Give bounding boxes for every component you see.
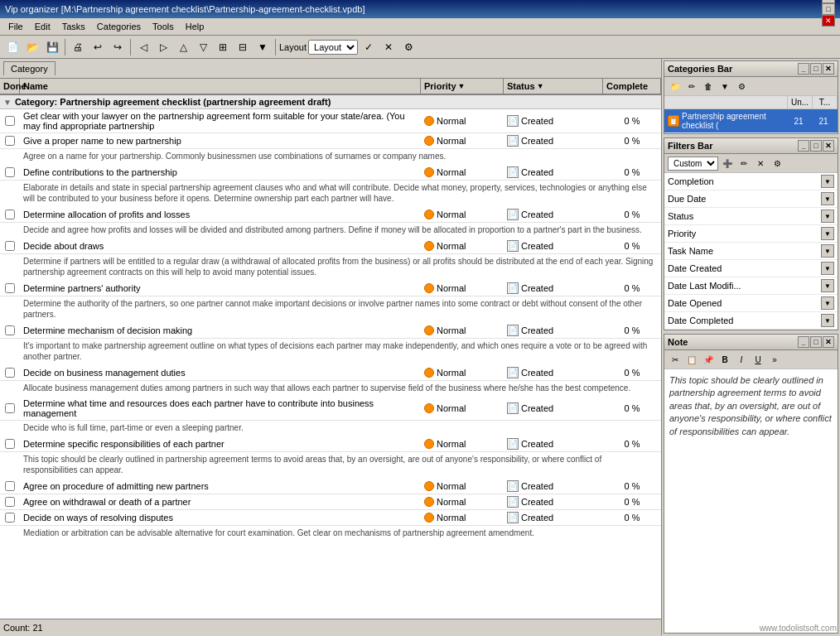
- nav-up[interactable]: △: [174, 38, 192, 56]
- menu-file[interactable]: File: [3, 20, 28, 33]
- settings-btn[interactable]: ⚙: [399, 38, 418, 56]
- cat-bar-minimize[interactable]: _: [798, 63, 809, 75]
- task-checkbox-cell[interactable]: [0, 324, 20, 337]
- close-button[interactable]: ✕: [822, 15, 835, 26]
- filter-delete-btn[interactable]: ✕: [753, 156, 768, 171]
- filter-dropdown-arrow[interactable]: ▼: [821, 279, 834, 292]
- task-checkbox-cell[interactable]: [0, 402, 20, 415]
- maximize-button[interactable]: □: [822, 3, 835, 15]
- task-checkbox[interactable]: [5, 210, 15, 219]
- filter-bar-close[interactable]: ✕: [823, 140, 834, 152]
- layout-select[interactable]: Layout: [308, 40, 358, 55]
- filter-dropdown-arrow[interactable]: ▼: [821, 227, 834, 240]
- filter-dropdown-arrow[interactable]: ▼: [821, 192, 834, 205]
- nav-right[interactable]: ▷: [154, 38, 172, 56]
- note-bold-btn[interactable]: B: [717, 352, 732, 367]
- filter-dropdown-arrow[interactable]: ▼: [821, 210, 834, 223]
- filter-bar-float[interactable]: □: [810, 140, 822, 152]
- task-checkbox-cell[interactable]: [0, 239, 20, 253]
- category-tab[interactable]: Category: [3, 61, 56, 75]
- open-btn[interactable]: 📂: [23, 38, 41, 56]
- task-checkbox[interactable]: [5, 283, 15, 293]
- list-item[interactable]: 📋 Partnership agreement checklist ( 21 2…: [664, 109, 838, 133]
- task-detail-text: Mediation or arbitration can be advisabl…: [0, 526, 661, 542]
- collapse-btn[interactable]: ⊟: [234, 38, 252, 56]
- cat-settings-btn[interactable]: ⚙: [734, 79, 749, 94]
- priority-sort-icon[interactable]: ▼: [458, 82, 466, 90]
- task-checkbox-cell[interactable]: [0, 134, 20, 147]
- table-row: Decide on ways of resolving disputes Nor…: [0, 510, 661, 526]
- task-status: 📄 Created: [504, 479, 603, 494]
- print-btn[interactable]: 🖨: [69, 38, 87, 56]
- task-checkbox-cell[interactable]: [0, 437, 20, 450]
- menu-tools[interactable]: Tools: [147, 20, 179, 33]
- task-table-container[interactable]: Done Name Priority ▼ Status ▼ Complete: [0, 79, 661, 619]
- filter-dropdown-arrow[interactable]: ▼: [821, 314, 834, 327]
- menu-categories[interactable]: Categories: [92, 20, 146, 33]
- undo-btn[interactable]: ↩: [89, 38, 107, 56]
- cat-bar-float[interactable]: □: [810, 63, 822, 75]
- task-checkbox[interactable]: [5, 116, 15, 126]
- note-italic-btn[interactable]: I: [734, 352, 749, 367]
- note-minimize[interactable]: _: [798, 336, 809, 348]
- menu-tasks[interactable]: Tasks: [57, 20, 90, 33]
- menu-help[interactable]: Help: [181, 20, 210, 33]
- task-checkbox[interactable]: [5, 241, 15, 251]
- cat-icon: 📋: [668, 115, 679, 127]
- filter-dropdown-arrow[interactable]: ▼: [821, 175, 834, 188]
- task-checkbox-cell[interactable]: [0, 511, 20, 524]
- priority-dot: [424, 167, 434, 177]
- new-btn[interactable]: 📄: [3, 38, 22, 56]
- save-btn[interactable]: 💾: [43, 38, 61, 56]
- redo-btn[interactable]: ↪: [109, 38, 127, 56]
- task-checkbox-cell[interactable]: [0, 479, 20, 493]
- note-copy-btn[interactable]: 📋: [684, 352, 699, 367]
- note-close[interactable]: ✕: [823, 336, 834, 348]
- task-checkbox[interactable]: [5, 497, 15, 507]
- task-checkbox-cell[interactable]: [0, 282, 20, 295]
- note-float[interactable]: □: [810, 336, 822, 348]
- task-checkbox[interactable]: [5, 481, 15, 491]
- filter-dropdown-arrow[interactable]: ▼: [821, 262, 834, 275]
- cat-bar-close[interactable]: ✕: [823, 63, 834, 75]
- filter-dropdown-arrow[interactable]: ▼: [821, 244, 834, 258]
- task-checkbox[interactable]: [5, 136, 15, 146]
- cat-add-btn[interactable]: 📁: [668, 79, 683, 94]
- filter-dropdown-arrow[interactable]: ▼: [821, 296, 834, 310]
- filter-bar-minimize[interactable]: _: [798, 140, 809, 152]
- task-checkbox-cell[interactable]: [0, 114, 20, 128]
- menubar: File Edit Tasks Categories Tools Help: [0, 18, 840, 36]
- filter-preset-select[interactable]: Custom: [668, 157, 718, 171]
- task-checkbox[interactable]: [5, 325, 15, 335]
- task-status: 📄 Created: [504, 323, 603, 338]
- filter-settings-btn[interactable]: ⚙: [770, 156, 784, 171]
- cat-edit-btn[interactable]: ✏: [684, 79, 699, 94]
- cat-filter-btn[interactable]: ▼: [717, 79, 732, 94]
- apply-btn[interactable]: ✓: [360, 38, 378, 56]
- filter-add-btn[interactable]: ➕: [720, 156, 735, 171]
- filter-btn[interactable]: ▼: [253, 38, 272, 56]
- task-checkbox[interactable]: [5, 439, 15, 449]
- status-icon: 📄: [507, 402, 519, 414]
- menu-edit[interactable]: Edit: [30, 20, 56, 33]
- task-checkbox[interactable]: [5, 403, 15, 413]
- category-collapse-icon[interactable]: ▼: [3, 98, 12, 107]
- nav-left[interactable]: ◁: [134, 38, 152, 56]
- task-checkbox[interactable]: [5, 513, 15, 523]
- cat-delete-btn[interactable]: 🗑: [701, 79, 716, 94]
- expand-btn[interactable]: ⊞: [214, 38, 232, 56]
- task-checkbox[interactable]: [5, 368, 15, 378]
- nav-down[interactable]: ▽: [194, 38, 212, 56]
- note-cut-btn[interactable]: ✂: [668, 352, 683, 367]
- status-sort-icon[interactable]: ▼: [537, 82, 544, 90]
- note-underline-btn[interactable]: U: [751, 352, 765, 367]
- task-checkbox-cell[interactable]: [0, 166, 20, 179]
- note-paste-btn[interactable]: 📌: [701, 352, 716, 367]
- task-checkbox-cell[interactable]: [0, 208, 20, 221]
- task-checkbox[interactable]: [5, 167, 15, 177]
- filter-edit-btn[interactable]: ✏: [736, 156, 751, 171]
- cancel-btn[interactable]: ✕: [379, 38, 398, 56]
- task-checkbox-cell[interactable]: [0, 495, 20, 508]
- note-expand-btn[interactable]: »: [767, 352, 782, 367]
- task-checkbox-cell[interactable]: [0, 366, 20, 379]
